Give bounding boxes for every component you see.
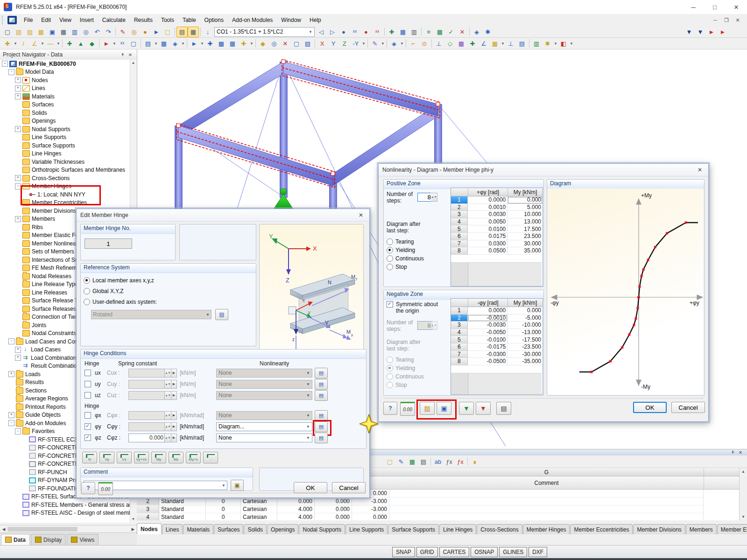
results-deform-icon[interactable]: ✚ bbox=[467, 38, 478, 49]
close-panel-icon[interactable]: ✕ bbox=[127, 51, 134, 58]
tree-expander[interactable]: + bbox=[15, 93, 21, 99]
tree-item[interactable]: RF-STEEL AISC - Design of steel members … bbox=[0, 509, 130, 518]
radio-icon[interactable] bbox=[387, 264, 393, 270]
row-number[interactable]: 6 bbox=[451, 233, 468, 240]
moment-value[interactable]: -13.000 bbox=[507, 329, 543, 336]
table-tab[interactable]: Member Eccentricities bbox=[570, 524, 633, 534]
hinge-checkbox[interactable] bbox=[85, 423, 91, 430]
pos-table-row[interactable]: 1 0.0000 0.000 bbox=[451, 196, 543, 204]
cell-comment[interactable] bbox=[389, 490, 704, 497]
hinge-preset-button[interactable]: Vy bbox=[99, 452, 114, 463]
tree-item[interactable]: + Nodal Supports bbox=[0, 125, 130, 133]
hinge-preset-button[interactable]: My bbox=[151, 452, 166, 463]
cell-y[interactable]: 0.000 bbox=[315, 513, 352, 520]
zoom-window-icon[interactable]: ◎ bbox=[268, 38, 280, 49]
edit-dialog-titlebar[interactable]: Edit Member Hinge ✕ bbox=[77, 209, 369, 222]
menu-item[interactable]: Insert bbox=[76, 15, 98, 25]
quick-display-icon[interactable]: ▥ bbox=[531, 38, 542, 49]
table-row[interactable]: 3 Standard 0 Cartesian 4.000 0.000 -3.00… bbox=[137, 505, 740, 513]
menu-item[interactable]: Window bbox=[277, 15, 305, 25]
menu-item[interactable]: File bbox=[20, 15, 37, 25]
nonlin-dialog-titlebar[interactable]: Nonlinearity - Diagram - Member Hinge ph… bbox=[379, 164, 708, 176]
row-number[interactable]: 3 bbox=[451, 211, 468, 218]
table-tab[interactable]: Member Divisions bbox=[633, 524, 685, 534]
cell-y[interactable]: 0.000 bbox=[315, 505, 352, 513]
column-letter[interactable]: G bbox=[389, 468, 704, 476]
phi-value[interactable]: 0.0030 bbox=[468, 211, 507, 218]
tables-toggle-icon[interactable]: ▦ bbox=[188, 27, 199, 37]
edit-ok-button[interactable]: OK bbox=[294, 482, 327, 493]
hinge-preset-button[interactable]: Vz bbox=[117, 452, 132, 463]
phi-value[interactable]: -0.0050 bbox=[468, 329, 507, 336]
tree-item[interactable]: + Nodes bbox=[0, 76, 130, 84]
tree-expander[interactable]: + bbox=[15, 355, 21, 361]
nonlinearity-combobox[interactable]: Diagram...▼ bbox=[216, 422, 312, 431]
copy-sheet-icon[interactable]: ▢ bbox=[162, 27, 173, 37]
cell-type[interactable]: Standard bbox=[159, 505, 206, 513]
results-solid-icon[interactable]: ▦ bbox=[456, 38, 467, 49]
reference-radio[interactable]: Local member axes x,y,z bbox=[84, 277, 256, 284]
tree-item[interactable]: - Model Data bbox=[0, 68, 130, 77]
tree-expander[interactable]: + bbox=[8, 371, 14, 377]
new-node-menu[interactable]: ▼ bbox=[13, 39, 18, 49]
minimize-button[interactable]: ─ bbox=[683, 0, 704, 14]
edit-pen-icon[interactable]: ✎ bbox=[117, 27, 128, 37]
calculator-button[interactable]: ▤ bbox=[496, 402, 511, 415]
table-tab[interactable]: Line Hinges bbox=[439, 524, 476, 534]
tree-expander[interactable]: - bbox=[15, 428, 21, 434]
navigator-tab[interactable]: Views bbox=[67, 534, 99, 545]
symmetric-checkbox[interactable] bbox=[387, 301, 393, 308]
phi-value[interactable]: -0.0500 bbox=[468, 358, 507, 365]
menu-item[interactable]: Options bbox=[200, 15, 228, 25]
menu-item[interactable]: Help bbox=[305, 15, 325, 25]
row-number[interactable]: 4 bbox=[451, 218, 468, 226]
status-toggle[interactable]: GLINES bbox=[499, 547, 527, 557]
nonlinearity-combobox[interactable]: None▼ bbox=[216, 411, 312, 420]
table-tab[interactable]: Line Supports bbox=[345, 524, 388, 534]
pos-table-row[interactable]: 7 0.0300 30.000 bbox=[451, 240, 543, 248]
spinner-icons[interactable]: ▲▼ bbox=[165, 422, 171, 431]
edit-axis-system-button[interactable]: ▤ bbox=[215, 309, 228, 320]
spinner-icons[interactable]: ▲▼ bbox=[165, 369, 171, 378]
hinge-checkbox[interactable] bbox=[85, 370, 91, 376]
prev-load-case-icon[interactable]: ◁ bbox=[316, 27, 327, 37]
visibility-menu[interactable]: ▼ bbox=[381, 39, 385, 49]
table-tab[interactable]: Lines bbox=[162, 524, 183, 534]
table-tab[interactable]: Cross-Sections bbox=[477, 524, 522, 534]
row-number[interactable]: 2 bbox=[451, 315, 468, 322]
cell-coord-system[interactable]: Cartesian bbox=[241, 497, 277, 505]
cell-comment[interactable] bbox=[389, 513, 704, 520]
edit-cancel-button[interactable]: Cancel bbox=[332, 482, 366, 493]
status-toggle[interactable]: OSNAP bbox=[471, 547, 498, 557]
phi-value[interactable]: -0.0300 bbox=[468, 351, 507, 358]
result-format-icon[interactable]: ˣˣ bbox=[372, 27, 383, 37]
pos-steps-spinner[interactable]: ▲▼ bbox=[431, 193, 437, 202]
tree-item[interactable]: Surface Supports bbox=[0, 141, 130, 150]
status-toggle[interactable]: DXF bbox=[529, 547, 547, 557]
pos-after-radio[interactable]: Stop bbox=[387, 264, 424, 270]
tree-expander[interactable]: + bbox=[15, 85, 21, 91]
visibility-icon[interactable]: ✎ bbox=[369, 38, 381, 49]
panel-pin-icon[interactable]: 🖈 bbox=[729, 449, 737, 456]
mdi-close-button[interactable]: ✕ bbox=[732, 16, 743, 24]
menu-item[interactable]: Edit bbox=[37, 15, 55, 25]
view-iso-icon[interactable]: ▧ bbox=[302, 38, 313, 49]
table-tab[interactable]: Surfaces bbox=[214, 524, 243, 534]
snap-node-icon[interactable]: ● bbox=[140, 27, 151, 37]
new-line-icon[interactable]: / bbox=[18, 38, 29, 49]
nonlin-units-button[interactable]: 0.00 bbox=[400, 402, 415, 416]
spinner-more-icon[interactable]: ▶ bbox=[171, 369, 177, 378]
moment-value[interactable]: -35.000 bbox=[507, 358, 543, 365]
phi-value[interactable]: 0.0500 bbox=[468, 247, 507, 255]
tree-item[interactable]: + Lines bbox=[0, 84, 130, 93]
menu-item[interactable]: Add-on Modules bbox=[228, 15, 277, 25]
moment-value[interactable]: 23.500 bbox=[507, 233, 543, 240]
new-hinge-icon[interactable]: ✚ bbox=[204, 38, 216, 49]
new-solid-icon[interactable]: ▦ bbox=[158, 38, 169, 49]
nonlinearity-combobox[interactable]: None▼ bbox=[216, 369, 312, 378]
dim-lines-icon[interactable]: ⌐ bbox=[408, 38, 419, 49]
nonlin-dialog-close-icon[interactable]: ✕ bbox=[695, 166, 705, 174]
nonlinearity-combobox[interactable]: None▼ bbox=[216, 391, 312, 400]
edit-nonlinearity-button[interactable]: ▤ bbox=[315, 368, 328, 378]
check-model-icon[interactable]: ✓ bbox=[445, 27, 457, 37]
